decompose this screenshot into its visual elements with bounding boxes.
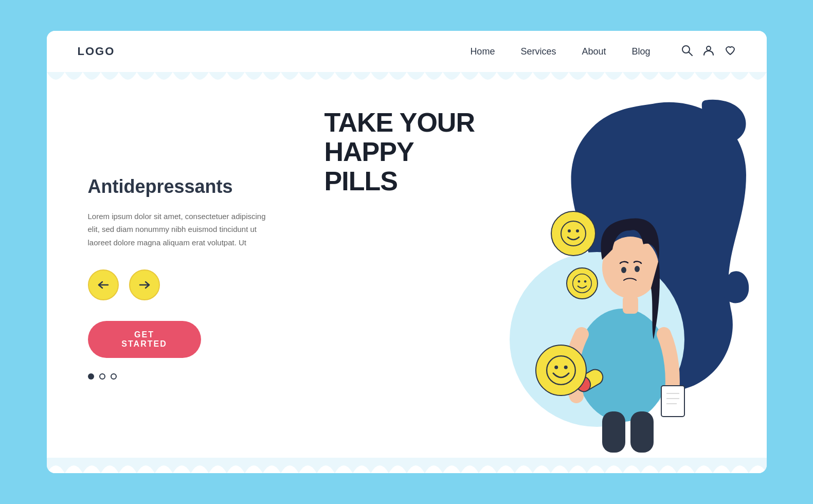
main-content: Antidepressants Lorem ipsum dolor sit am… — [47, 87, 767, 458]
nav-item-services[interactable]: Services — [520, 46, 556, 57]
svg-point-21 — [572, 274, 591, 293]
carousel-dots — [88, 373, 273, 380]
svg-point-7 — [621, 267, 626, 273]
svg-point-8 — [635, 266, 640, 272]
dot-1[interactable] — [88, 373, 94, 380]
svg-point-22 — [577, 280, 580, 283]
heart-icon[interactable] — [725, 45, 736, 59]
smiley-large — [551, 211, 596, 256]
svg-line-1 — [689, 52, 692, 56]
nav-links: Home Services About Blog — [470, 46, 650, 57]
logo: LOGO — [78, 45, 115, 58]
right-panel: TAKE YOUR HAPPY PILLS — [304, 87, 767, 458]
smiley-xlarge — [535, 345, 587, 396]
nav-link-home[interactable]: Home — [470, 46, 495, 57]
navbar: LOGO Home Services About Blog — [47, 31, 767, 72]
hero-title-line2: HAPPY — [324, 137, 414, 167]
svg-point-20 — [576, 229, 579, 232]
svg-point-25 — [554, 366, 558, 369]
svg-point-2 — [707, 46, 711, 50]
svg-rect-10 — [661, 386, 684, 417]
next-arrow-button[interactable] — [129, 269, 160, 300]
nav-link-about[interactable]: About — [582, 46, 606, 57]
wavy-divider-top — [47, 72, 767, 87]
left-panel: Antidepressants Lorem ipsum dolor sit am… — [47, 87, 304, 458]
hero-title-line1: TAKE YOUR — [324, 107, 475, 137]
wavy-divider-bottom — [47, 458, 767, 473]
landing-card: LOGO Home Services About Blog — [47, 31, 767, 473]
nav-link-blog[interactable]: Blog — [631, 46, 650, 57]
hero-title-line3: PILLS — [324, 166, 398, 196]
arrow-button-group — [88, 269, 273, 300]
nav-item-home[interactable]: Home — [470, 46, 495, 57]
dot-2[interactable] — [99, 373, 105, 380]
section-title: Antidepressants — [88, 176, 273, 197]
svg-point-19 — [568, 229, 571, 232]
nav-item-blog[interactable]: Blog — [631, 46, 650, 57]
nav-icon-group — [681, 45, 736, 59]
outer-frame: LOGO Home Services About Blog — [0, 0, 813, 504]
section-description: Lorem ipsum dolor sit amet, consectetuer… — [88, 210, 273, 249]
prev-arrow-button[interactable] — [88, 269, 119, 300]
user-icon[interactable] — [703, 45, 714, 59]
svg-point-24 — [547, 356, 575, 385]
dot-3[interactable] — [111, 373, 117, 380]
svg-rect-16 — [602, 411, 625, 453]
svg-point-23 — [584, 280, 586, 283]
svg-rect-9 — [623, 296, 638, 314]
hero-title: TAKE YOUR HAPPY PILLS — [324, 108, 475, 196]
search-icon[interactable] — [681, 45, 693, 59]
smiley-medium — [566, 267, 598, 299]
nav-item-about[interactable]: About — [582, 46, 606, 57]
nav-link-services[interactable]: Services — [520, 46, 556, 57]
svg-point-26 — [564, 366, 567, 369]
get-started-button[interactable]: GET STARTED — [88, 321, 201, 358]
svg-rect-17 — [630, 411, 654, 453]
svg-point-18 — [561, 221, 586, 246]
